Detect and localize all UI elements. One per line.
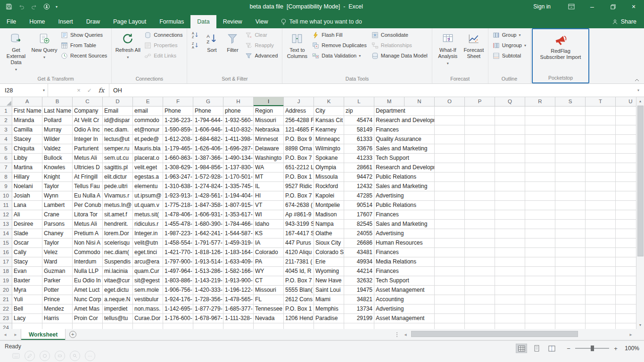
grid-cell[interactable]: sagittis.pl	[103, 163, 133, 173]
page-break-preview-button[interactable]	[546, 344, 557, 353]
grid-cell[interactable]: P.O. Box 7	[284, 276, 314, 286]
horizontal-scroll-thumb[interactable]	[411, 331, 578, 337]
grid-cell[interactable]: New Have	[314, 276, 344, 286]
grid-cell[interactable]: zip	[344, 107, 374, 116]
grid-cell[interactable]	[495, 286, 525, 295]
tab-review[interactable]: Review	[216, 15, 249, 28]
grid-cell[interactable]: Rockford	[314, 182, 344, 191]
undo-button[interactable]	[18, 3, 25, 10]
grid-cell[interactable]: 1-411-398-	[223, 135, 254, 144]
grid-cell[interactable]: Lambert	[42, 201, 73, 210]
grid-cell[interactable]: Wilder	[42, 135, 73, 144]
grid-cell[interactable]: Nampa	[314, 220, 344, 229]
grid-cell[interactable]	[616, 107, 636, 116]
grid-cell[interactable]	[525, 220, 555, 229]
grid-cell[interactable]	[616, 135, 636, 144]
grid-cell[interactable]: Evan	[12, 267, 42, 276]
grid-cell[interactable]: Integer.in	[133, 229, 163, 239]
grid-cell[interactable]: Phone	[163, 107, 193, 116]
grid-cell[interactable]	[616, 163, 636, 173]
grid-cell[interactable]	[616, 125, 636, 135]
grid-cell[interactable]	[435, 163, 465, 173]
grid-cell[interactable]: 1-807-915-	[223, 201, 254, 210]
grid-cell[interactable]: Odio A Inc	[73, 125, 103, 135]
grid-cell[interactable]: metus.In@	[103, 201, 133, 210]
grid-cell[interactable]: 1-877-279-	[193, 304, 223, 314]
row-header-21[interactable]: 21	[0, 295, 12, 304]
grid-cell[interactable]: 9527 Ridic	[284, 182, 314, 191]
grid-cell[interactable]: Advertising	[374, 191, 435, 201]
grid-cell[interactable]: 1-143-219-	[193, 276, 223, 286]
column-header-D[interactable]: D	[103, 97, 133, 107]
grid-cell[interactable]: arcu@era	[133, 257, 163, 267]
sort-ascending-button[interactable]: AZ	[189, 30, 201, 40]
grid-cell[interactable]: 674-2638 (	[284, 201, 314, 210]
minimize-button[interactable]: –	[582, 0, 603, 13]
grid-cell[interactable]: Per Conub	[73, 201, 103, 210]
grid-cell[interactable]	[435, 229, 465, 239]
confirm-entry-button[interactable]: ✓	[87, 87, 92, 94]
grid-cell[interactable]	[435, 182, 465, 191]
recent-sources-button[interactable]: Recent Sources	[58, 50, 109, 61]
grid-cell[interactable]: Sales and Marketing	[374, 182, 435, 191]
grid-cell[interactable]	[435, 267, 465, 276]
row-header-5[interactable]: 5	[0, 144, 12, 154]
grid-cell[interactable]: 45474	[344, 116, 374, 125]
grid-cell[interactable]: email	[133, 107, 163, 116]
grid-cell[interactable]: Tech Support	[374, 276, 435, 286]
row-header-22[interactable]: 22	[0, 304, 12, 314]
collapse-ribbon-button[interactable]	[635, 79, 639, 82]
grid-cell[interactable]: Slade	[12, 229, 42, 239]
grid-cell[interactable]: Guzman	[42, 267, 73, 276]
grid-cell[interactable]: 1-642-241-	[193, 229, 223, 239]
grid-cell[interactable]	[555, 304, 586, 314]
grid-cell[interactable]: Myra	[12, 286, 42, 295]
grid-cell[interactable]: nec.diam(	[103, 248, 133, 257]
grid-cell[interactable]	[586, 229, 616, 239]
vertical-scroll-thumb[interactable]	[637, 106, 644, 256]
grid-cell[interactable]: Parsons	[42, 220, 73, 229]
row-header-12[interactable]: 12	[0, 210, 12, 220]
grid-cell[interactable]: 1-685-377-	[223, 304, 254, 314]
grid-cell[interactable]	[465, 182, 495, 191]
grid-cell[interactable]	[314, 323, 344, 329]
grid-cell[interactable]	[616, 248, 636, 257]
grid-cell[interactable]: Erie	[314, 257, 344, 267]
grid-cell[interactable]	[616, 201, 636, 210]
grid-cell[interactable]: Last Name	[42, 107, 73, 116]
grid-cell[interactable]: sit@egest	[133, 276, 163, 286]
grid-cell[interactable]	[435, 173, 465, 182]
grid-cell[interactable]: Ultricies D	[73, 163, 103, 173]
row-header-13[interactable]: 13	[0, 220, 12, 229]
grid-cell[interactable]: ut.quam.v	[133, 201, 163, 210]
row-header-4[interactable]: 4	[0, 135, 12, 144]
grid-cell[interactable]: Chaney	[42, 229, 73, 239]
grid-cell[interactable]	[435, 257, 465, 267]
row-header-1[interactable]: 1	[0, 107, 12, 116]
grid-cell[interactable]: scelerisqu	[103, 239, 133, 248]
grid-cell[interactable]: 1-906-756-	[163, 286, 193, 295]
column-header-F[interactable]: F	[163, 97, 193, 107]
grid-cell[interactable]	[495, 304, 525, 314]
grid-cell[interactable]	[616, 191, 636, 201]
grid-cell[interactable]	[223, 323, 254, 329]
grid-cell[interactable]	[525, 248, 555, 257]
grid-cell[interactable]: IA	[254, 239, 284, 248]
properties-button[interactable]: Properties	[142, 40, 185, 50]
grid-cell[interactable]: placerat.o	[133, 154, 163, 163]
grid-cell[interactable]	[555, 191, 586, 201]
grid-cell[interactable]: PA	[254, 257, 284, 267]
previous-sheet-button[interactable]: ◂	[0, 329, 10, 340]
from-table-button[interactable]: From Table	[58, 40, 109, 50]
grid-cell[interactable]: At Velit Cr	[73, 116, 103, 125]
grid-cell[interactable]: Potter	[42, 286, 73, 295]
grid-cell[interactable]: 943-3199 S	[284, 220, 314, 229]
grid-cell[interactable]: Email	[103, 107, 133, 116]
grid-cell[interactable]: 1-660-863-	[163, 154, 193, 163]
grid-cell[interactable]	[586, 295, 616, 304]
grid-cell[interactable]	[525, 276, 555, 286]
grid-cell[interactable]: 1-797-900-	[163, 257, 193, 267]
grid-cell[interactable]	[555, 267, 586, 276]
grid-cell[interactable]: Olathe	[314, 229, 344, 239]
grid-cell[interactable]: vitae@cur	[103, 276, 133, 286]
